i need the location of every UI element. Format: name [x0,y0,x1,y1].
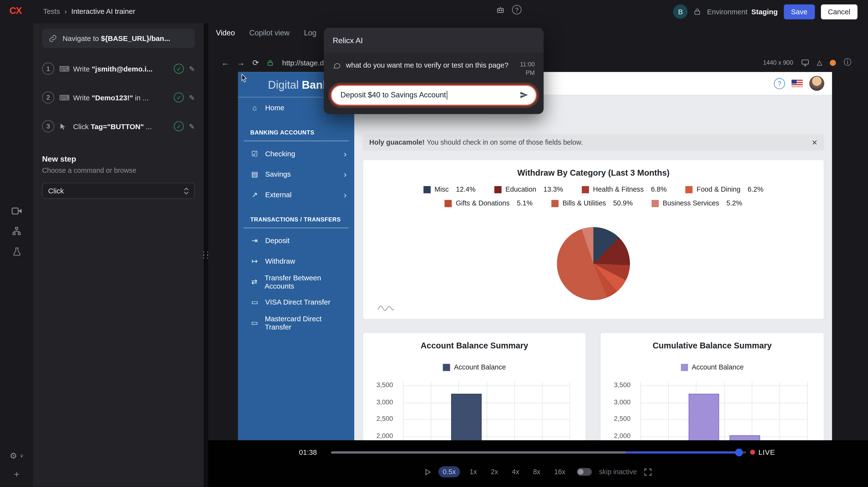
refresh-icon[interactable]: ⟳ [252,58,259,67]
edit-pencil-icon[interactable]: ✎ [189,93,195,101]
nav-item-visa-direct-transfer[interactable]: ▭VISA Direct Transfer [238,292,354,312]
nav-item-label: Home [265,103,284,112]
legend-item: Food & Dining6.2% [686,186,764,193]
chevron-right-icon: › [344,170,346,179]
edit-pencil-icon[interactable]: ✎ [189,64,195,73]
step-row[interactable]: 3Click Tag="BUTTON" ...✓✎ [42,118,195,135]
mastercard-icon: ▭ [250,318,259,327]
cancel-button[interactable]: Cancel [821,4,858,19]
legend-item: Business Services5.2% [651,200,742,207]
step-row[interactable]: 1⌨Write "jsmith@demo.i...✓✎ [42,60,195,77]
plot-area [641,382,807,440]
bar-chart-title: Cumulative Balance Summary [600,341,824,350]
speed-0.5x[interactable]: 0.5x [438,466,460,478]
ai-prompt-value: Deposit $40 to Savings Account [341,91,446,99]
chevron-down-icon[interactable]: ∨ [20,453,24,459]
environment-value[interactable]: Staging [751,7,778,16]
progress-knob[interactable] [735,449,743,456]
speed-2x[interactable]: 2x [486,466,502,478]
legend-item: Gifts & Donations5.1% [445,200,533,207]
speed-1x[interactable]: 1x [465,466,482,478]
nav-item-withdraw[interactable]: ↦Withdraw [238,251,354,271]
video-progress-bar[interactable] [331,451,746,454]
command-select[interactable]: Click [42,183,195,199]
sparkline-icon [378,304,394,311]
steps-list: 1⌨Write "jsmith@demo.i...✓✎2⌨Write "Demo… [33,60,204,134]
edit-pencil-icon[interactable]: ✎ [189,122,195,130]
play-icon[interactable] [424,467,431,476]
panel-resize-handle[interactable] [204,23,208,487]
gridline [514,382,515,440]
gridline [779,382,780,440]
bar-legend: Account Balance [600,363,824,371]
gridline [724,382,724,440]
tab-log[interactable]: Log [304,29,316,37]
add-icon[interactable]: + [14,469,19,480]
legend-label: Bills & Utilities [562,200,606,207]
legend-swatch [686,186,693,193]
gridline [403,382,403,440]
workflow-icon[interactable] [12,226,21,236]
nav-item-label: Checking [265,150,295,158]
us-flag-icon[interactable] [792,80,803,87]
legend-swatch [443,364,450,371]
speed-8x[interactable]: 8x [529,466,545,478]
breadcrumb-separator: › [64,7,67,16]
legend-label: Education [505,186,536,193]
bar-chart: 3,5003,0002,5002,000 [363,382,586,440]
send-icon[interactable] [519,90,529,100]
success-check-icon: ✓ [174,121,184,131]
legend-label: Health & Fitness [593,186,644,193]
monitor-icon[interactable] [801,59,809,66]
forward-icon[interactable]: → [237,58,245,67]
nav-item-mastercard-direct-transfer[interactable]: ▭Mastercard Direct Transfer [238,312,354,333]
bank-user-avatar[interactable] [809,76,825,91]
ai-prompt-input[interactable]: Deposit $40 to Savings Account [331,85,537,105]
skip-inactive-toggle[interactable] [577,468,592,476]
help-icon[interactable]: ? [512,5,521,14]
warning-triangle-icon[interactable]: △ [817,59,822,66]
step-row[interactable]: 2⌨Write "Demo123!" in ...✓✎ [42,89,195,106]
legend-label: Account Balance [692,363,744,371]
breadcrumb-tests[interactable]: Tests [43,7,60,16]
nav-item-deposit[interactable]: ⇥Deposit [238,231,354,251]
gridline [668,382,669,440]
y-tick-label: 3,500 [376,381,393,389]
settings-gear-icon[interactable]: ⚙ [10,451,17,461]
write-icon: ⌨ [59,93,68,101]
nav-item-savings[interactable]: ▤Savings› [238,164,354,185]
speed-4x[interactable]: 4x [507,466,524,478]
record-dot-icon[interactable] [830,60,836,66]
nav-item-transfer-between-accounts[interactable]: ⇄Transfer Between Accounts [238,271,354,292]
step-number: 1 [42,62,54,74]
playback-time: 01:38 [299,448,317,456]
save-button[interactable]: Save [784,4,814,19]
command-select-value: Click [48,187,64,195]
legend-swatch [445,200,452,207]
withdraw-category-card: Withdraw By Category (Last 3 Months) Mis… [363,159,824,319]
close-icon[interactable]: ✕ [812,138,817,146]
tab-video[interactable]: Video [216,29,235,37]
relicx-logo[interactable]: CX [9,6,21,17]
navigate-step-label: Navigate to ${BASE_URL}/ban... [62,34,188,43]
user-avatar[interactable]: B [673,4,688,19]
bank-content: Dashboard Holy guacamole! You should che… [354,95,832,440]
popup-title: Relicx AI [324,28,544,53]
flask-icon[interactable] [12,247,21,256]
progress-buffered [331,451,626,454]
nav-item-external[interactable]: ↗External› [238,184,354,205]
video-camera-icon[interactable] [11,207,22,215]
info-icon[interactable]: ⓘ [843,58,851,68]
legend-label: Account Balance [454,363,506,371]
back-icon[interactable]: ← [221,58,229,67]
fullscreen-icon[interactable] [644,467,652,476]
new-step-subtitle: Choose a command or browse [42,167,195,175]
text-caret [446,91,447,99]
speed-16x[interactable]: 16x [550,466,570,478]
tab-copilot-view[interactable]: Copilot view [249,29,289,37]
bank-help-icon[interactable]: ? [774,78,785,89]
navigate-step[interactable]: Navigate to ${BASE_URL}/ban... [42,29,195,48]
nav-item-checking[interactable]: ☑Checking› [238,144,354,164]
robot-icon[interactable] [496,5,505,14]
checking-icon: ☑ [250,150,259,158]
